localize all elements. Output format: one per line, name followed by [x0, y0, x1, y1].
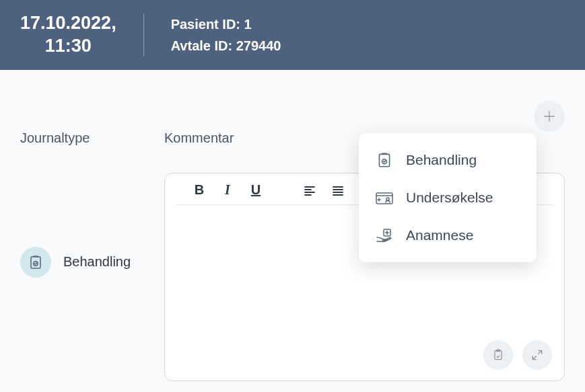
header-datetime: 17.10.2022, 11:30 — [20, 12, 143, 58]
svg-rect-4 — [379, 154, 389, 166]
journal-type-column: Journaltype Behandling — [20, 87, 148, 381]
underline-button[interactable]: U — [248, 183, 263, 198]
dropdown-item-anamnese[interactable]: Anamnese — [359, 217, 537, 254]
id-card-icon — [375, 188, 394, 207]
hand-medical-icon — [375, 226, 394, 245]
add-button[interactable] — [534, 101, 565, 132]
bold-button[interactable]: B — [192, 183, 207, 198]
patient-id-label: Pasient ID: — [171, 17, 240, 32]
svg-point-7 — [386, 198, 389, 200]
clipboard-check-icon — [20, 247, 51, 278]
journal-type-heading: Journaltype — [20, 87, 148, 146]
italic-button[interactable]: I — [220, 183, 235, 198]
editor-actions — [483, 340, 552, 370]
appointment-id-label: Avtale ID: — [171, 38, 233, 53]
header: 17.10.2022, 11:30 Pasient ID: 1 Avtale I… — [0, 0, 585, 70]
appointment-id-value: 279440 — [236, 38, 281, 53]
header-date: 17.10.2022, — [20, 12, 116, 35]
expand-button[interactable] — [522, 340, 552, 370]
journal-type-selected[interactable]: Behandling — [20, 247, 148, 278]
appointment-id-row: Avtale ID: 279440 — [171, 35, 281, 56]
dropdown-item-undersokelse[interactable]: Undersøkelse — [359, 179, 537, 217]
align-left-button[interactable] — [302, 183, 317, 198]
clipboard-check-icon — [375, 151, 394, 169]
header-time: 11:30 — [20, 35, 116, 58]
journal-type-label: Behandling — [63, 254, 131, 270]
dropdown-item-label: Behandling — [406, 152, 477, 168]
patient-id-row: Pasient ID: 1 — [171, 13, 281, 35]
align-justify-button[interactable] — [331, 183, 345, 198]
clipboard-button[interactable] — [483, 340, 513, 370]
journal-type-dropdown: Behandling Undersøkelse Anamnese — [359, 133, 537, 262]
header-ids: Pasient ID: 1 Avtale ID: 279440 — [144, 13, 281, 56]
dropdown-item-behandling[interactable]: Behandling — [359, 141, 537, 179]
dropdown-item-label: Anamnese — [406, 227, 473, 243]
dropdown-item-label: Undersøkelse — [406, 190, 493, 206]
patient-id-value: 1 — [244, 17, 252, 32]
svg-rect-2 — [495, 350, 502, 359]
svg-rect-0 — [31, 257, 40, 268]
